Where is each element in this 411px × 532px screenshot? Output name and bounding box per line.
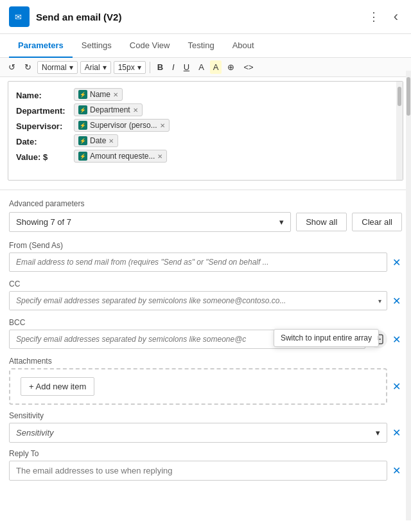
reply-to-section: Reply To ✕ — [0, 449, 411, 481]
bcc-group: BCC Switch to input entire array ✕ — [9, 318, 402, 349]
tag-close[interactable]: ✕ — [113, 91, 118, 98]
size-dropdown[interactable]: 15px ▾ — [114, 61, 146, 74]
supervisor-row: Supervisor: ⚡ Supervisor (perso... ✕ — [16, 119, 395, 132]
tooltip-container: Switch to input entire array ✕ — [369, 330, 402, 348]
tag-close[interactable]: ✕ — [157, 153, 162, 160]
bold-button[interactable]: B — [154, 60, 166, 74]
reply-to-input[interactable] — [9, 461, 387, 481]
svg-text:✉: ✉ — [15, 12, 22, 22]
cc-expand-icon[interactable]: ▾ — [373, 297, 387, 305]
code-button[interactable]: <> — [240, 60, 256, 74]
highlight-button[interactable]: A — [210, 60, 222, 74]
clear-all-button[interactable]: Clear all — [352, 213, 402, 231]
underline-button[interactable]: U — [180, 60, 193, 74]
size-chevron: ▾ — [137, 63, 141, 72]
close-panel-button[interactable]: ‹ — [390, 7, 402, 26]
redo-button[interactable]: ↻ — [21, 60, 35, 74]
value-tag[interactable]: ⚡ Amount requeste... ✕ — [74, 150, 167, 163]
font-color-button[interactable]: A — [195, 60, 207, 74]
value-label: Value: $ — [16, 150, 74, 162]
format-dropdown[interactable]: Normal ▾ — [37, 61, 78, 74]
italic-button[interactable]: I — [169, 60, 178, 74]
showing-row: Showing 7 of 7 ▾ Show all Clear all — [9, 212, 402, 232]
tab-settings[interactable]: Settings — [73, 34, 121, 58]
supervisor-tag[interactable]: ⚡ Supervisor (perso... ✕ — [74, 119, 170, 132]
tab-parameters[interactable]: Parameters — [9, 34, 73, 58]
from-section: From (Send As) ✕ — [0, 241, 411, 272]
cc-label: CC — [9, 279, 402, 288]
font-chevron: ▾ — [103, 63, 107, 72]
bcc-section: BCC Switch to input entire array ✕ — [0, 318, 411, 349]
sensitivity-select[interactable]: Sensitivity ▾ — [9, 423, 387, 443]
from-group: From (Send As) ✕ — [9, 241, 402, 272]
tag-close[interactable]: ✕ — [160, 122, 165, 129]
bcc-input-row: Switch to input entire array ✕ — [9, 330, 402, 349]
sensitivity-value: Sensitivity — [16, 428, 54, 438]
sensitivity-section: Sensitivity Sensitivity ▾ ✕ — [0, 411, 411, 443]
cc-input[interactable] — [10, 292, 373, 310]
more-options-button[interactable]: ⋮ — [364, 7, 383, 26]
tag-close[interactable]: ✕ — [133, 107, 138, 114]
link-button[interactable]: ⊕ — [224, 60, 238, 74]
name-row: Name: ⚡ Name ✕ — [16, 88, 395, 101]
editor-toolbar: ↺ ↻ Normal ▾ Arial ▾ 15px ▾ B I U A A ⊕ … — [0, 58, 411, 77]
name-value: ⚡ Name ✕ — [74, 88, 123, 101]
showing-select[interactable]: Showing 7 of 7 ▾ — [9, 212, 291, 232]
tag-icon: ⚡ — [78, 105, 87, 114]
show-all-button[interactable]: Show all — [296, 213, 347, 231]
editor-scrollbar[interactable] — [396, 82, 403, 180]
tag-text: Date — [90, 136, 106, 145]
tab-testing[interactable]: Testing — [179, 34, 223, 58]
advanced-params-label: Advanced parameters — [9, 199, 402, 208]
reply-to-clear-button[interactable]: ✕ — [391, 465, 402, 477]
date-row: Date: ⚡ Date ✕ — [16, 134, 395, 147]
date-tag[interactable]: ⚡ Date ✕ — [74, 134, 118, 147]
from-input[interactable] — [9, 253, 387, 272]
value-value: ⚡ Amount requeste... ✕ — [74, 150, 167, 163]
reply-to-label: Reply To — [9, 449, 402, 458]
bcc-clear-button[interactable]: ✕ — [391, 333, 402, 346]
page-scrollbar[interactable] — [406, 71, 411, 520]
tab-codeview[interactable]: Code View — [121, 34, 179, 58]
attachments-clear-button[interactable]: ✕ — [391, 380, 402, 393]
attachments-box: + Add new item — [9, 368, 387, 405]
tag-icon: ⚡ — [78, 121, 87, 130]
from-clear-button[interactable]: ✕ — [391, 256, 402, 269]
add-attachment-button[interactable]: + Add new item — [21, 377, 94, 396]
attachments-row: + Add new item ✕ — [9, 368, 402, 405]
name-tag[interactable]: ⚡ Name ✕ — [74, 88, 123, 101]
header-actions: ⋮ ‹ — [364, 7, 402, 26]
tab-bar: Parameters Settings Code View Testing Ab… — [0, 34, 411, 58]
from-input-row: ✕ — [9, 253, 402, 272]
department-value: ⚡ Department ✕ — [74, 103, 143, 116]
sensitivity-label: Sensitivity — [9, 411, 402, 420]
attachments-label: Attachments — [9, 357, 402, 366]
reply-to-row: ✕ — [9, 461, 402, 481]
font-dropdown[interactable]: Arial ▾ — [80, 61, 111, 74]
department-tag[interactable]: ⚡ Department ✕ — [74, 103, 143, 116]
from-label: From (Send As) — [9, 241, 402, 250]
tag-close[interactable]: ✕ — [109, 137, 114, 145]
format-chevron: ▾ — [69, 63, 73, 72]
app-icon: ✉ — [9, 6, 30, 27]
showing-text: Showing 7 of 7 — [16, 217, 71, 227]
tag-icon: ⚡ — [78, 90, 87, 99]
cc-input-row: ▾ ✕ — [9, 291, 402, 310]
font-label: Arial — [85, 63, 100, 72]
supervisor-value: ⚡ Supervisor (perso... ✕ — [74, 119, 170, 132]
sensitivity-chevron: ▾ — [376, 428, 380, 438]
tag-text: Amount requeste... — [90, 152, 155, 161]
undo-button[interactable]: ↺ — [5, 60, 19, 74]
email-body-content[interactable]: Name: ⚡ Name ✕ Department: ⚡ Department … — [8, 82, 403, 172]
header: ✉ Send an email (V2) ⋮ ‹ — [0, 0, 411, 34]
tab-about[interactable]: About — [223, 34, 263, 58]
showing-chevron: ▾ — [279, 217, 284, 227]
separator-1 — [150, 62, 150, 73]
cc-input-wrapper[interactable]: ▾ — [9, 291, 387, 310]
cc-clear-button[interactable]: ✕ — [391, 295, 402, 307]
tag-text: Department — [90, 105, 130, 114]
sensitivity-clear-button[interactable]: ✕ — [391, 427, 402, 439]
cc-section: CC ▾ ✕ — [0, 279, 411, 310]
value-row: Value: $ ⚡ Amount requeste... ✕ — [16, 150, 395, 163]
department-row: Department: ⚡ Department ✕ — [16, 103, 395, 116]
